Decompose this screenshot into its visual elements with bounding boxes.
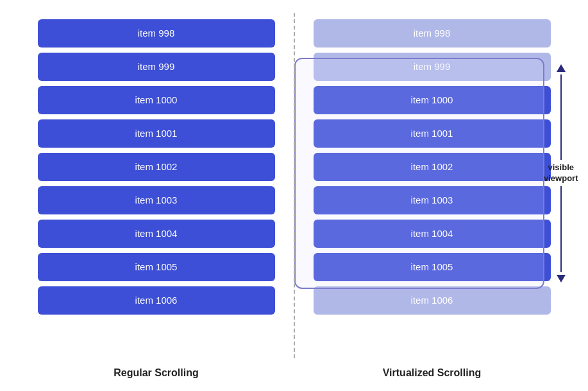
item-1004-left: item 1004 — [38, 220, 275, 248]
item-1003-left: item 1003 — [38, 186, 275, 214]
diagram: item 998item 999item 1000item 1001item 1… — [19, 13, 570, 379]
item-1006-right: item 1006 — [314, 286, 551, 315]
item-998-right: item 998 — [314, 19, 551, 48]
columns-wrapper: item 998item 999item 1000item 1001item 1… — [19, 13, 570, 358]
viewport-label: visible viewport — [544, 162, 578, 184]
viewport-arrow: visible viewport — [544, 64, 578, 282]
item-1006-left: item 1006 — [38, 286, 275, 315]
item-1005-left: item 1005 — [38, 253, 275, 281]
item-1000-left: item 1000 — [38, 86, 275, 114]
item-1002-left: item 1002 — [38, 153, 275, 181]
right-column-label: Virtualized Scrolling — [294, 367, 570, 379]
left-column: item 998item 999item 1000item 1001item 1… — [19, 13, 294, 358]
arrow-line-2 — [560, 186, 562, 272]
labels-row: Regular Scrolling Virtualized Scrolling — [19, 367, 570, 379]
left-column-label: Regular Scrolling — [19, 367, 294, 379]
item-999-left: item 999 — [38, 53, 275, 81]
arrow-head-down-icon — [557, 275, 566, 282]
viewport-box: visible viewport — [294, 58, 544, 289]
arrow-line — [560, 74, 562, 160]
divider — [294, 13, 295, 358]
item-998-left: item 998 — [38, 19, 275, 48]
arrow-head-up-icon — [557, 64, 566, 72]
item-1001-left: item 1001 — [38, 119, 275, 148]
